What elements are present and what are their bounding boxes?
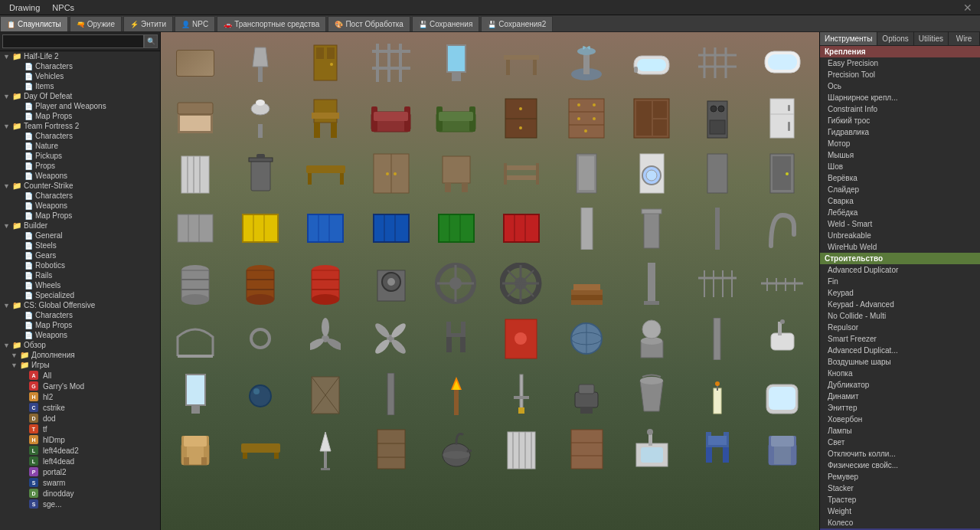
tree-item-builder[interactable]: ▼ 📁 Builder	[0, 221, 160, 231]
model-cell-44[interactable]	[361, 257, 422, 310]
tree-item-builder-gears[interactable]: 📄 Gears	[0, 250, 160, 260]
tool-svet[interactable]: Свет	[820, 437, 980, 448]
model-cell-62[interactable]	[230, 367, 291, 420]
tree-item-g-portal2[interactable]: P portal2	[0, 466, 160, 477]
tab-vehicles[interactable]: 🚗 Транспортные средства	[217, 16, 326, 31]
tree-item-tf2[interactable]: ▼ 📁 Team Fortress 2	[0, 121, 160, 131]
tool-weight[interactable]: Weight	[820, 505, 980, 517]
model-scroll[interactable]	[161, 32, 819, 530]
tool-wirehub-weld[interactable]: WireHub Weld	[820, 241, 980, 253]
section-stroitelstvo[interactable]: Строительство	[820, 253, 980, 264]
model-cell-31[interactable]	[165, 201, 226, 255]
tree-item-dopolneniya[interactable]: ▼ 📁 Дополнения	[0, 350, 160, 360]
tool-adv-dup2[interactable]: Advanced Duplicat...	[820, 345, 980, 356]
model-cell-77[interactable]	[556, 422, 617, 476]
tree-item-builder-rails[interactable]: 📄 Rails	[0, 270, 160, 280]
menu-drawing[interactable]: Drawing	[3, 2, 46, 14]
model-cell-24[interactable]	[361, 146, 422, 200]
search-input[interactable]	[2, 34, 144, 48]
model-cell-57[interactable]	[556, 312, 617, 365]
model-cell-80[interactable]	[752, 422, 813, 476]
tool-eniitter[interactable]: Эниттер	[820, 402, 980, 414]
model-cell-73[interactable]	[295, 422, 356, 476]
tree-item-cs-weapons[interactable]: 📄 Weapons	[0, 201, 160, 211]
tool-keypad-adv[interactable]: Keypad - Advanced	[820, 299, 980, 310]
tree-item-igry[interactable]: ▼ 📁 Игры	[0, 360, 160, 370]
model-cell-48[interactable]	[621, 257, 682, 310]
model-cell-38[interactable]	[621, 201, 682, 255]
tree-item-tf2-weapons[interactable]: 📄 Weapons	[0, 171, 160, 181]
model-cell-14[interactable]	[361, 91, 422, 145]
tree-item-csgo-weapons[interactable]: 📄 Weapons	[0, 330, 160, 340]
model-cell-54[interactable]	[361, 312, 422, 365]
model-cell-39[interactable]	[687, 201, 748, 255]
tree-item-g-gmod[interactable]: G Garry's Mod	[0, 381, 160, 391]
tool-stacker[interactable]: Stacker	[820, 483, 980, 494]
model-cell-18[interactable]	[621, 91, 682, 145]
tool-duplikator[interactable]: Дубликатор	[820, 379, 980, 391]
model-cell-26[interactable]	[491, 146, 552, 200]
model-cell-21[interactable]	[165, 146, 226, 200]
model-cell-74[interactable]	[361, 422, 422, 476]
tree-item-g-hldmp[interactable]: H hlDmp	[0, 434, 160, 445]
tool-constraint-info[interactable]: Constraint Info	[820, 103, 980, 115]
tool-shov[interactable]: Шов	[820, 161, 980, 172]
tab-spawnlists[interactable]: 📋 Спаунлисты	[0, 16, 68, 31]
model-cell-3[interactable]	[295, 36, 356, 90]
model-cell-12[interactable]	[230, 91, 291, 145]
tree-item-g-tf[interactable]: T tf	[0, 424, 160, 434]
tree-item-builder-spec[interactable]: 📄 Specialized	[0, 290, 160, 300]
model-cell-61[interactable]	[165, 367, 226, 420]
tree-item-cs[interactable]: ▼ 📁 Counter-Strike	[0, 181, 160, 191]
tree-item-builder-steels[interactable]: 📄 Steels	[0, 240, 160, 250]
model-cell-63[interactable]	[295, 367, 356, 420]
tree-item-g-sge[interactable]: S sge...	[0, 499, 160, 509]
model-cell-28[interactable]	[621, 146, 682, 200]
tool-slider[interactable]: Слайдер	[820, 184, 980, 195]
tree-item-csgo-chars[interactable]: 📄 Characters	[0, 310, 160, 320]
tool-motor[interactable]: Мотор	[820, 138, 980, 149]
model-cell-60[interactable]	[752, 312, 813, 365]
tab-weapons[interactable]: 🔫 Оружие	[70, 16, 122, 31]
tree-item-obzor[interactable]: ▼ 📁 Обзор	[0, 340, 160, 350]
model-cell-55[interactable]	[426, 312, 487, 365]
tab-postprocess[interactable]: 🎨 Пост Обработка	[328, 16, 410, 31]
model-cell-2[interactable]	[230, 36, 291, 90]
tree-item-g-swarm[interactable]: S swarm	[0, 477, 160, 488]
tree-item-dod-pw[interactable]: 📄 Player and Weapons	[0, 101, 160, 111]
tree-item-tf2-pickups[interactable]: 📄 Pickups	[0, 151, 160, 161]
model-cell-68[interactable]	[621, 367, 682, 420]
tool-gibkiy-tros[interactable]: Гибкий трос	[820, 115, 980, 126]
tree-item-g-all[interactable]: A All	[0, 370, 160, 381]
tree-item-cs-chars[interactable]: 📄 Characters	[0, 191, 160, 201]
model-cell-9[interactable]	[687, 36, 748, 90]
model-cell-79[interactable]	[687, 422, 748, 476]
model-cell-40[interactable]	[752, 201, 813, 255]
tool-otkl-kolli[interactable]: Отключить колли...	[820, 448, 980, 460]
model-cell-50[interactable]	[752, 257, 813, 310]
tool-keypad[interactable]: Keypad	[820, 287, 980, 299]
tab-saves1[interactable]: 💾 Сохранения	[412, 16, 479, 31]
model-cell-45[interactable]	[426, 257, 487, 310]
tree-item-builder-gen[interactable]: 📄 General	[0, 231, 160, 240]
right-tab-utilities[interactable]: Utilities	[914, 32, 949, 45]
model-cell-4[interactable]	[361, 36, 422, 90]
tool-svarka[interactable]: Сварка	[820, 195, 980, 207]
right-tab-tools[interactable]: Инструменты	[820, 32, 877, 45]
model-cell-8[interactable]	[621, 36, 682, 90]
model-cell-47[interactable]	[556, 257, 617, 310]
model-cell-32[interactable]	[230, 201, 291, 255]
tool-myshya[interactable]: Мышья	[820, 149, 980, 161]
tree-item-g-dino[interactable]: D dinodday	[0, 488, 160, 499]
tree-item-builder-rob[interactable]: 📄 Robotics	[0, 260, 160, 270]
model-cell-53[interactable]	[295, 312, 356, 365]
tool-fiz-svoy[interactable]: Физические свойс...	[820, 460, 980, 471]
tree-item-hl2[interactable]: ▼ 📁 Half-Life 2	[0, 51, 160, 61]
tree-item-tf2-chars[interactable]: 📄 Characters	[0, 131, 160, 141]
tree-item-cs-mapprops[interactable]: 📄 Map Props	[0, 211, 160, 221]
tool-koleso[interactable]: Колесо	[820, 517, 980, 528]
tree-item-g-hl2[interactable]: H hl2	[0, 391, 160, 402]
model-cell-46[interactable]	[491, 257, 552, 310]
tool-adv-dup[interactable]: Advanced Duplicator	[820, 264, 980, 276]
model-cell-72[interactable]	[230, 422, 291, 476]
